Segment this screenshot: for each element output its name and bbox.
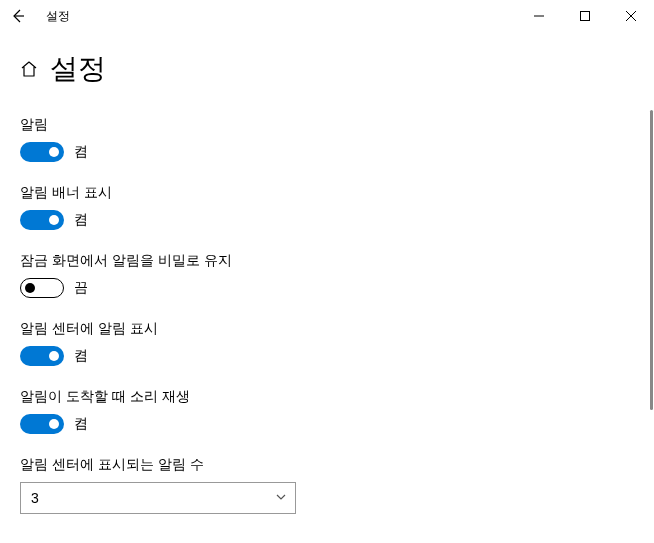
toggle-state-text: 끔	[74, 279, 88, 297]
window-title: 설정	[46, 8, 70, 25]
page-header: 설정	[20, 50, 634, 88]
dropdown-value: 3	[31, 490, 39, 506]
setting-notifications: 알림 켬	[20, 116, 634, 162]
setting-show-in-action-center: 알림 센터에 알림 표시 켬	[20, 320, 634, 366]
setting-action-center-count: 알림 센터에 표시되는 알림 수 3	[20, 456, 634, 514]
toggle-show-in-action-center[interactable]	[20, 346, 64, 366]
dropdown-action-center-count[interactable]: 3	[20, 482, 296, 514]
content-area: 설정 알림 켬 알림 배너 표시 켬 잠금 화면에서 알림을 비밀로 유지 끔 …	[0, 32, 654, 543]
close-button[interactable]	[608, 0, 654, 32]
setting-label: 알림 배너 표시	[20, 184, 634, 202]
home-icon	[20, 60, 38, 78]
setting-label: 잠금 화면에서 알림을 비밀로 유지	[20, 252, 634, 270]
toggle-state-text: 켬	[74, 143, 88, 161]
setting-show-banner: 알림 배너 표시 켬	[20, 184, 634, 230]
minimize-button[interactable]	[516, 0, 562, 32]
chevron-down-icon	[275, 491, 287, 505]
toggle-play-sound[interactable]	[20, 414, 64, 434]
setting-play-sound: 알림이 도착할 때 소리 재생 켬	[20, 388, 634, 434]
svg-rect-2	[581, 12, 590, 21]
page-title: 설정	[50, 50, 106, 88]
toggle-notifications[interactable]	[20, 142, 64, 162]
toggle-show-banner[interactable]	[20, 210, 64, 230]
toggle-keep-private-lockscreen[interactable]	[20, 278, 64, 298]
window-controls	[516, 0, 654, 32]
setting-label: 알림	[20, 116, 634, 134]
scrollbar[interactable]	[650, 110, 654, 530]
setting-label: 알림 센터에 알림 표시	[20, 320, 634, 338]
scrollbar-thumb[interactable]	[650, 110, 653, 410]
toggle-state-text: 켬	[74, 415, 88, 433]
setting-label: 알림 센터에 표시되는 알림 수	[20, 456, 634, 474]
maximize-button[interactable]	[562, 0, 608, 32]
toggle-state-text: 켬	[74, 211, 88, 229]
back-button[interactable]	[8, 6, 28, 26]
setting-keep-private-lockscreen: 잠금 화면에서 알림을 비밀로 유지 끔	[20, 252, 634, 298]
toggle-state-text: 켬	[74, 347, 88, 365]
setting-label: 알림이 도착할 때 소리 재생	[20, 388, 634, 406]
titlebar: 설정	[0, 0, 654, 32]
